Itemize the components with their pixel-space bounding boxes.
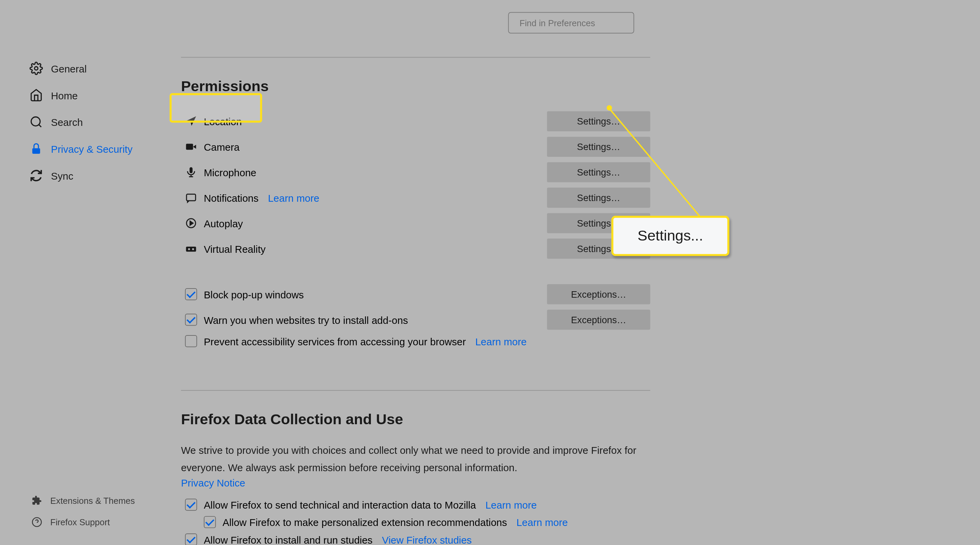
svg-rect-14: [186, 247, 196, 252]
autoplay-icon: [185, 217, 197, 229]
section-divider: [181, 390, 650, 391]
sidebar-item-search[interactable]: Search: [0, 108, 174, 135]
checkbox-label: Prevent accessibility services from acce…: [204, 335, 466, 347]
lock-icon: [30, 142, 43, 156]
settings-callout: Settings...: [611, 216, 729, 256]
location-icon: [185, 115, 197, 127]
checkbox-label: Allow Firefox to send technical and inte…: [204, 499, 476, 510]
sidebar-bottom: Extensions & Themes Firefox Support: [0, 490, 174, 533]
sidebar-item-label: Search: [51, 116, 83, 127]
svg-point-1: [31, 117, 40, 126]
accessibility-learn-more-link[interactable]: Learn more: [476, 335, 527, 347]
permission-label: Microphone: [204, 167, 256, 178]
home-icon: [30, 89, 43, 102]
camera-settings-button[interactable]: Settings…: [547, 137, 650, 157]
sidebar-item-sync[interactable]: Sync: [0, 162, 174, 189]
permission-label: Notifications: [204, 192, 259, 203]
sidebar-item-label: Extensions & Themes: [50, 496, 135, 506]
svg-point-15: [188, 248, 190, 250]
sidebar-item-label: Sync: [51, 170, 73, 181]
warn-addons-checkbox[interactable]: [185, 314, 197, 326]
svg-rect-8: [186, 144, 193, 150]
sidebar-item-label: General: [51, 63, 87, 74]
sidebar-item-firefox-support[interactable]: Firefox Support: [0, 511, 174, 533]
permission-label: Location: [204, 116, 242, 127]
check-row-recommendations: Allow Firefox to make personalized exten…: [200, 513, 650, 531]
data-collection-description: We strive to provide you with choices an…: [181, 442, 650, 476]
svg-rect-10: [189, 167, 192, 173]
main-content: Permissions Location Settings… Camera: [181, 0, 650, 545]
check-row-block-popups: Block pop-up windows Exceptions…: [181, 281, 650, 307]
check-row-warn-addons: Warn you when websites try to install ad…: [181, 307, 650, 332]
recommendations-learn-more-link[interactable]: Learn more: [517, 516, 568, 528]
permission-row-autoplay: Autoplay Settings…: [181, 211, 650, 236]
svg-marker-9: [193, 145, 196, 149]
permission-label: Autoplay: [204, 218, 243, 229]
callout-text: Settings...: [637, 227, 703, 244]
check-row-technical-data: Allow Firefox to send technical and inte…: [181, 496, 650, 513]
recommendations-checkbox[interactable]: [204, 516, 216, 528]
permissions-title: Permissions: [181, 78, 650, 95]
accessibility-checkbox[interactable]: [185, 335, 197, 347]
microphone-settings-button[interactable]: Settings…: [547, 162, 650, 182]
permission-row-location: Location Settings…: [181, 108, 650, 134]
permission-label: Camera: [204, 141, 240, 153]
vr-icon: [185, 243, 197, 254]
sidebar-item-label: Home: [51, 89, 78, 101]
sidebar: General Home Search Privacy & Security S…: [0, 0, 174, 189]
notifications-learn-more-link[interactable]: Learn more: [268, 192, 319, 203]
permission-row-notifications: Notifications Learn more Settings…: [181, 185, 650, 211]
svg-point-0: [34, 67, 38, 70]
help-icon: [32, 517, 43, 528]
sidebar-item-label: Privacy & Security: [51, 143, 133, 154]
svg-rect-11: [186, 194, 196, 201]
permission-row-camera: Camera Settings…: [181, 134, 650, 160]
sidebar-item-privacy-security[interactable]: Privacy & Security: [0, 135, 174, 162]
technical-data-learn-more-link[interactable]: Learn more: [485, 499, 537, 510]
svg-line-2: [39, 124, 41, 127]
microphone-icon: [185, 166, 197, 178]
puzzle-icon: [32, 495, 43, 506]
check-row-studies: Allow Firefox to install and run studies…: [181, 531, 650, 545]
sidebar-item-general[interactable]: General: [0, 55, 174, 82]
location-settings-button[interactable]: Settings…: [547, 111, 650, 131]
svg-point-16: [192, 248, 194, 250]
notification-icon: [185, 192, 197, 203]
permission-row-microphone: Microphone Settings…: [181, 160, 650, 185]
gear-icon: [30, 62, 43, 75]
studies-link[interactable]: View Firefox studies: [382, 534, 472, 545]
studies-checkbox[interactable]: [185, 534, 197, 545]
checkbox-label: Allow Firefox to make personalized exten…: [223, 516, 507, 528]
data-collection-title: Firefox Data Collection and Use: [181, 411, 650, 428]
checkbox-label: Block pop-up windows: [204, 289, 304, 300]
permission-row-virtual-reality: Virtual Reality Settings…: [181, 236, 650, 261]
section-divider: [181, 57, 650, 57]
sidebar-item-label: Firefox Support: [50, 517, 110, 527]
block-popups-exceptions-button[interactable]: Exceptions…: [547, 284, 650, 304]
privacy-notice-link[interactable]: Privacy Notice: [181, 477, 245, 489]
checkbox-label: Allow Firefox to install and run studies: [204, 534, 372, 545]
search-icon: [30, 115, 43, 129]
svg-rect-3: [32, 148, 40, 154]
notifications-settings-button[interactable]: Settings…: [547, 188, 650, 208]
sidebar-item-home[interactable]: Home: [0, 82, 174, 108]
camera-icon: [185, 141, 197, 153]
permission-label: Virtual Reality: [204, 243, 266, 254]
checkbox-label: Warn you when websites try to install ad…: [204, 314, 408, 325]
block-popups-checkbox[interactable]: [185, 288, 197, 300]
technical-data-checkbox[interactable]: [185, 499, 197, 511]
check-row-accessibility: Prevent accessibility services from acce…: [181, 332, 650, 350]
warn-addons-exceptions-button[interactable]: Exceptions…: [547, 310, 650, 330]
sidebar-item-extensions-themes[interactable]: Extensions & Themes: [0, 490, 174, 511]
sync-icon: [30, 169, 43, 182]
svg-marker-13: [190, 221, 193, 225]
